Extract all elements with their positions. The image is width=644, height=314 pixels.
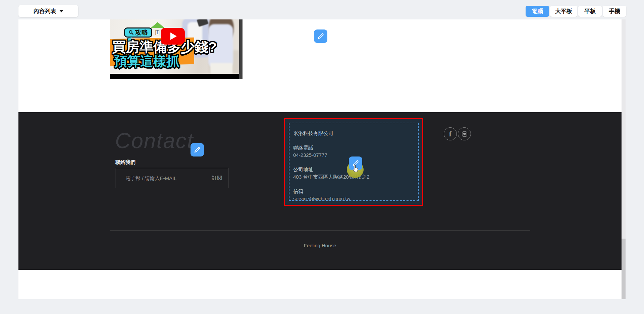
strategy-badge: 攻略 bbox=[124, 27, 152, 38]
site-name: Feeling House bbox=[18, 243, 622, 248]
youtube-play-icon[interactable] bbox=[161, 28, 185, 45]
scrollbar-thumb[interactable] bbox=[622, 239, 626, 299]
youtube-video-block[interactable]: 買房準備多少錢? 預算這樣抓 攻略 田 bbox=[110, 19, 243, 79]
video-letterbox-right bbox=[239, 19, 243, 79]
newsletter-email-input[interactable] bbox=[115, 168, 228, 188]
device-tab-desktop[interactable]: 電腦 bbox=[526, 6, 549, 17]
device-tab-phone[interactable]: 手機 bbox=[603, 6, 626, 17]
company-name: 米洛科技有限公司 bbox=[293, 130, 370, 137]
magnifier-icon bbox=[128, 30, 134, 35]
email-value: service@webtech.com.tw bbox=[293, 195, 370, 202]
contact-section-edit-button[interactable] bbox=[191, 143, 204, 156]
person-woman-pants-shape bbox=[210, 63, 232, 74]
email-label: 信箱 bbox=[293, 188, 370, 195]
line-icon[interactable] bbox=[458, 127, 471, 140]
pencil-icon bbox=[193, 146, 201, 154]
subscribe-button[interactable]: 訂閱 bbox=[212, 168, 222, 188]
preview-canvas: 買房準備多少錢? 預算這樣抓 攻略 田 bbox=[18, 19, 622, 299]
caret-down-icon bbox=[59, 10, 63, 12]
video-section-edit-button[interactable] bbox=[314, 29, 327, 43]
device-tab-tablet[interactable]: 平板 bbox=[578, 6, 602, 17]
device-switcher: 電腦 大平板 平板 手機 bbox=[526, 6, 626, 17]
phone-label: 聯絡電話 bbox=[293, 144, 370, 151]
strategy-badge-label: 攻略 bbox=[135, 28, 148, 37]
device-tab-large-tablet[interactable]: 大平板 bbox=[550, 6, 577, 17]
contact-section-title: Contact bbox=[115, 128, 194, 153]
editor-window: 內容列表 電腦 大平板 平板 手機 買房準備多少錢? 預算這樣抓 bbox=[0, 0, 644, 314]
facebook-icon[interactable]: f bbox=[444, 127, 457, 140]
content-list-label: 內容列表 bbox=[34, 7, 56, 15]
hand-cursor-icon bbox=[351, 164, 360, 174]
video-letterbox-bottom bbox=[110, 74, 239, 79]
footer-divider bbox=[110, 230, 530, 231]
contact-us-label: 聯絡我們 bbox=[115, 159, 136, 166]
site-footer: Contact 聯絡我們 訂閱 米洛科技有限公司 聯絡電話 bbox=[18, 112, 622, 270]
thumbnail-title-line2: 預算這樣抓 bbox=[114, 52, 179, 70]
newsletter-box: 訂閱 bbox=[115, 168, 228, 188]
content-list-button[interactable]: 內容列表 bbox=[18, 5, 78, 17]
pencil-icon bbox=[317, 32, 325, 40]
company-info-block-selected[interactable]: 米洛科技有限公司 聯絡電話 04-2325-07777 公司地址 403 台中市… bbox=[284, 118, 423, 206]
video-thumbnail: 買房準備多少錢? 預算這樣抓 攻略 田 bbox=[110, 19, 239, 74]
